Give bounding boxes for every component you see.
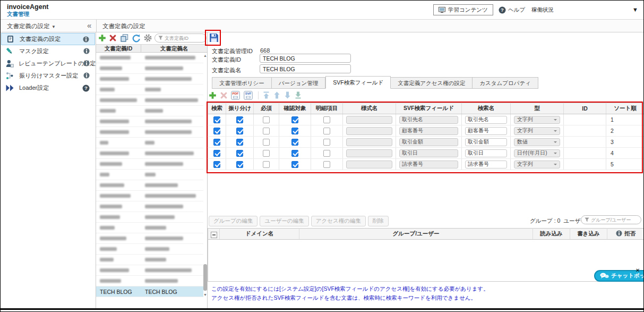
move-down-icon[interactable] <box>284 91 291 99</box>
confirm-checkbox[interactable] <box>291 161 298 168</box>
list-item[interactable] <box>96 170 203 180</box>
tab-2[interactable]: SVF検索フィールド <box>325 76 391 89</box>
edit-user-button[interactable]: ユーザーの編集 <box>260 216 308 226</box>
list-item[interactable] <box>96 85 203 95</box>
save-button[interactable] <box>209 33 219 43</box>
search-checkbox[interactable] <box>213 128 220 134</box>
list-item[interactable] <box>96 63 203 74</box>
sort-checkbox[interactable] <box>236 139 243 146</box>
list-item[interactable] <box>96 127 203 138</box>
delete-field-icon[interactable] <box>220 92 227 99</box>
sort-checkbox[interactable] <box>236 150 243 157</box>
required-checkbox[interactable] <box>263 128 270 134</box>
sort-checkbox[interactable] <box>236 128 243 134</box>
list-item[interactable] <box>96 276 203 286</box>
search-checkbox[interactable] <box>213 150 220 157</box>
scroll-down-icon[interactable]: ▼ <box>203 293 208 297</box>
move-bottom-icon[interactable] <box>295 91 302 99</box>
sort-checkbox[interactable] <box>236 161 243 168</box>
settings-gear-icon[interactable] <box>144 34 152 42</box>
definition-filter-input[interactable] <box>165 36 203 41</box>
confirm-checkbox[interactable] <box>291 116 298 123</box>
list-item[interactable] <box>96 212 203 223</box>
search-checkbox[interactable] <box>213 116 220 123</box>
list-item[interactable] <box>96 223 203 233</box>
confirm-checkbox[interactable] <box>291 150 298 157</box>
sidebar-item-1[interactable]: マスク設定 <box>1 45 95 57</box>
required-checkbox[interactable] <box>263 161 270 168</box>
nav-dropdown[interactable]: 文書定義の設定 ▼ <box>7 22 56 30</box>
search-checkbox[interactable] <box>213 139 220 146</box>
collapse-all-icon[interactable] <box>211 232 217 238</box>
sidebar-item-0[interactable]: 文書定義の設定 <box>1 33 95 45</box>
status-link[interactable]: 稼働状況 <box>531 6 554 14</box>
refresh-icon[interactable] <box>132 34 141 43</box>
detail-checkbox[interactable] <box>323 161 330 168</box>
list-item-selected[interactable]: TECH BLOGTECH BLOG <box>96 286 203 297</box>
scroll-up-icon[interactable]: ▲ <box>203 54 208 57</box>
edit-group-button[interactable]: グループの編集 <box>209 216 257 226</box>
info-icon[interactable] <box>83 60 90 66</box>
tab-1[interactable]: バージョン管理 <box>272 77 325 89</box>
required-checkbox[interactable] <box>263 150 270 157</box>
move-top-icon[interactable] <box>263 91 270 99</box>
list-item[interactable] <box>96 106 203 116</box>
confirm-checkbox[interactable] <box>291 139 298 146</box>
add-field-icon[interactable] <box>209 91 217 99</box>
sidebar-item-loader[interactable]: Loader設定? <box>1 82 95 94</box>
tab-3[interactable]: 文書定義アクセス権の設定 <box>391 77 473 89</box>
learning-content-button[interactable]: 学習コンテンツ <box>433 4 493 15</box>
search-name-input[interactable] <box>465 149 507 157</box>
list-item[interactable] <box>96 191 203 201</box>
detail-checkbox[interactable] <box>323 139 330 146</box>
info-icon[interactable] <box>83 48 90 54</box>
list-item[interactable] <box>96 53 203 63</box>
account-menu-caret-icon[interactable]: ▼ <box>632 6 638 13</box>
info-icon[interactable] <box>83 36 89 43</box>
required-checkbox[interactable] <box>263 139 270 146</box>
delete-access-button[interactable]: 削除 <box>368 216 389 226</box>
list-item[interactable] <box>96 201 203 212</box>
definition-name-field[interactable] <box>260 64 351 73</box>
column-header-definition-id[interactable]: 文書定義ID <box>96 45 141 52</box>
help-button[interactable]: ? ヘルプ <box>499 6 525 14</box>
question-icon[interactable]: ? <box>82 85 90 92</box>
detail-checkbox[interactable] <box>323 150 330 157</box>
list-item[interactable] <box>96 265 203 276</box>
svf-import-icon[interactable]: SVF <box>244 91 253 100</box>
detail-checkbox[interactable] <box>323 116 330 123</box>
confirm-checkbox[interactable] <box>291 128 298 134</box>
search-name-input[interactable] <box>465 138 507 146</box>
copy-definition-icon[interactable] <box>121 34 128 42</box>
sidebar-item-3[interactable]: 振り分けマスター設定 <box>1 70 95 82</box>
required-checkbox[interactable] <box>263 116 270 123</box>
delete-definition-icon[interactable] <box>109 35 116 41</box>
add-definition-icon[interactable] <box>98 34 106 42</box>
list-item[interactable] <box>96 74 203 85</box>
list-item[interactable] <box>96 244 203 255</box>
chatbot-close-icon[interactable]: ✕ <box>636 267 640 273</box>
list-item[interactable] <box>96 95 203 106</box>
tab-0[interactable]: 文書管理ポリシー <box>212 77 272 89</box>
collapse-sidebar-icon[interactable]: « <box>87 21 91 30</box>
list-item[interactable] <box>96 138 203 148</box>
info-icon[interactable] <box>83 72 90 79</box>
column-header-definition-name[interactable]: 文書定義名 <box>141 45 207 52</box>
list-item[interactable] <box>96 159 203 170</box>
pdf-import-icon[interactable]: PDF <box>231 91 240 100</box>
search-checkbox[interactable] <box>213 161 220 168</box>
sidebar-item-2[interactable]: レビューテンプレートの設定 <box>1 57 95 70</box>
edit-access-button[interactable]: アクセス権の編集 <box>311 216 366 226</box>
list-item[interactable] <box>96 180 203 191</box>
list-item[interactable] <box>96 233 203 244</box>
scrollbar-thumb[interactable] <box>203 264 207 291</box>
list-item[interactable] <box>96 255 203 265</box>
search-name-input[interactable] <box>465 127 507 135</box>
list-item[interactable] <box>96 148 203 159</box>
list-item[interactable] <box>96 116 203 127</box>
tab-4[interactable]: カスタムプロパティ <box>473 77 538 89</box>
definition-id-field[interactable] <box>260 54 351 63</box>
search-name-input[interactable] <box>465 161 507 168</box>
search-name-input[interactable] <box>465 116 507 124</box>
sort-checkbox[interactable] <box>236 116 243 123</box>
